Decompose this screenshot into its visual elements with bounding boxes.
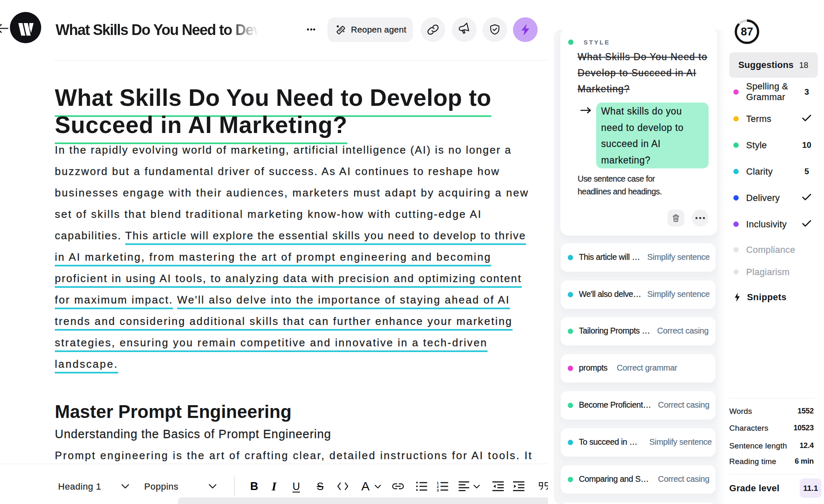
svg-text:3: 3 xyxy=(437,488,439,492)
